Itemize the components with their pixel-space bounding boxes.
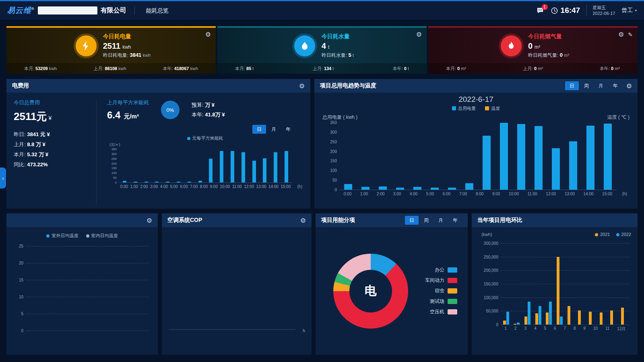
legend-swatch bbox=[448, 267, 457, 273]
cost-row: 本月: 5.32 万 ¥ bbox=[14, 149, 90, 159]
x-axis-label: 0:00 bbox=[120, 184, 128, 189]
card-unit: m³ bbox=[535, 44, 540, 50]
cost-row: 同比: 473.22% bbox=[14, 159, 90, 170]
temperature-chart: 2520151050 bbox=[26, 246, 148, 331]
legend-item[interactable]: 车间动力 bbox=[425, 277, 457, 284]
settings-gear-icon[interactable]: ⚙ bbox=[300, 217, 306, 224]
messages-button[interactable]: 1 bbox=[536, 7, 544, 14]
x-axis-unit: h bbox=[303, 328, 305, 333]
card-value: 0 bbox=[528, 41, 533, 50]
bar bbox=[560, 316, 563, 325]
bar bbox=[166, 182, 169, 182]
x-axis-label: 2 bbox=[514, 326, 517, 332]
legend-item[interactable]: 室内日均温度 bbox=[86, 233, 118, 238]
settings-gear-icon[interactable]: ⚙ bbox=[618, 31, 624, 38]
nav-energy-overview[interactable]: 能耗总览 bbox=[143, 6, 172, 15]
x-axis-line bbox=[169, 329, 295, 330]
x-axis-label: 12:00 bbox=[546, 192, 556, 196]
axis-tick-label: 150,000 bbox=[484, 282, 498, 286]
legend-item[interactable]: 温度 bbox=[485, 106, 500, 111]
panel-title: 当年项目用电环比 bbox=[477, 217, 522, 224]
edit-icon[interactable]: ✎ bbox=[628, 31, 633, 38]
legend-item[interactable]: 2022 bbox=[616, 232, 631, 237]
legend-item[interactable]: 空压机 bbox=[425, 308, 457, 315]
settings-gear-icon[interactable]: ⚙ bbox=[299, 82, 305, 90]
axis-tick-label: 100 bbox=[330, 168, 337, 173]
today-cost-label: 今日总费用 bbox=[14, 99, 90, 106]
axis-tick-label: 150 bbox=[330, 159, 337, 163]
tab-day[interactable]: 日 bbox=[405, 216, 419, 225]
water-drop-icon bbox=[294, 35, 315, 56]
tab-month[interactable]: 月 bbox=[267, 125, 281, 134]
x-axis-label: 12月 bbox=[617, 326, 625, 332]
bar bbox=[396, 188, 404, 190]
cost-row: 上月: 8.8 万 ¥ bbox=[14, 139, 90, 149]
tab-week[interactable]: 周 bbox=[580, 81, 593, 90]
tab-year[interactable]: 年 bbox=[448, 216, 462, 225]
axis-tick-label: 0 bbox=[334, 188, 337, 192]
notification-badge: 1 bbox=[542, 4, 548, 10]
elec-chart-legend[interactable]: 元每平方米能耗 bbox=[107, 135, 303, 141]
x-axis-label: 15:00 bbox=[281, 184, 291, 189]
bar bbox=[539, 306, 541, 325]
breakdown-legend: 办公车间动力宿舍测试场空压机 bbox=[425, 263, 457, 319]
sidebar-expand-handle[interactable]: › bbox=[0, 168, 6, 188]
axis-tick-label: 350 bbox=[111, 147, 117, 151]
stat-cards-row: ⚙ 今日耗电量 2511kwh 昨日耗电量: 3841 kwh 本月:53209… bbox=[6, 26, 638, 74]
card-yesterday: 昨日耗燃气量: 0 m³ bbox=[528, 52, 569, 59]
tab-month[interactable]: 月 bbox=[594, 81, 608, 90]
cop-chart: h bbox=[162, 227, 312, 355]
right-axis-label: 温度 ( ℃ ) bbox=[607, 114, 630, 121]
legend-item[interactable]: 室外日均温度 bbox=[46, 233, 78, 238]
legend-item[interactable]: 办公 bbox=[425, 267, 457, 273]
bar bbox=[557, 257, 559, 325]
settings-gear-icon[interactable]: ⚙ bbox=[147, 217, 152, 224]
gridline bbox=[26, 314, 148, 314]
tab-year[interactable]: 年 bbox=[281, 125, 295, 134]
axis-tick-label: 5 bbox=[21, 312, 23, 316]
tab-day[interactable]: 日 bbox=[565, 81, 579, 90]
legend-swatch bbox=[485, 106, 489, 110]
user-menu[interactable]: 曾工 ▾ bbox=[621, 7, 637, 14]
bar bbox=[285, 151, 288, 182]
axis-tick-label: 300 bbox=[330, 130, 337, 134]
tab-day[interactable]: 日 bbox=[252, 125, 266, 134]
legend-item[interactable]: 2021 bbox=[595, 232, 610, 237]
bar bbox=[549, 302, 552, 325]
bar bbox=[231, 151, 234, 182]
x-axis-unit: (h) bbox=[297, 184, 302, 189]
registered-mark: ® bbox=[31, 7, 35, 11]
settings-gear-icon[interactable]: ⚙ bbox=[416, 31, 422, 38]
x-axis-label: 1:00 bbox=[130, 184, 138, 189]
bar bbox=[379, 186, 387, 190]
monthly-chart-x-axis: 123456789101112月 bbox=[501, 326, 630, 332]
clock: 16:47 bbox=[551, 6, 580, 15]
tab-year[interactable]: 年 bbox=[609, 81, 622, 90]
settings-gear-icon[interactable]: ⚙ bbox=[205, 31, 211, 38]
axis-tick-label: 250 bbox=[111, 157, 117, 160]
x-axis-label: 10 bbox=[593, 326, 598, 332]
x-axis-label: 5:00 bbox=[170, 184, 178, 189]
x-axis-label: 5:00 bbox=[426, 192, 434, 196]
bar-group bbox=[578, 243, 584, 325]
x-axis-label: 1 bbox=[504, 326, 507, 332]
axis-tick-label: 200 bbox=[111, 161, 117, 165]
axis-tick-label: 25 bbox=[19, 244, 23, 248]
tab-month[interactable]: 月 bbox=[434, 216, 448, 225]
card-value: 4 bbox=[322, 41, 326, 50]
monthly-comparison-chart: 300,000250,000200,000150,000100,00050,00… bbox=[501, 243, 630, 325]
sqm-value: 6.4 bbox=[107, 110, 120, 120]
legend-item[interactable]: 总用电量 bbox=[452, 106, 476, 111]
breakdown-period-tabs: 日 周 月 年 bbox=[405, 216, 462, 225]
chart-date-title: 2022-6-17 bbox=[322, 95, 630, 104]
settings-gear-icon[interactable]: ⚙ bbox=[626, 82, 632, 90]
cost-row: 昨日: 3841 元 ¥ bbox=[14, 129, 90, 139]
bar bbox=[263, 158, 266, 182]
legend-item[interactable]: 测试场 bbox=[425, 298, 457, 305]
axis-tick-label: 50 bbox=[113, 176, 117, 180]
tab-week[interactable]: 周 bbox=[419, 216, 433, 225]
legend-item[interactable]: 宿舍 bbox=[425, 288, 457, 294]
gridline bbox=[26, 331, 148, 331]
chevron-down-icon: ▾ bbox=[635, 8, 637, 12]
bar bbox=[242, 152, 245, 182]
